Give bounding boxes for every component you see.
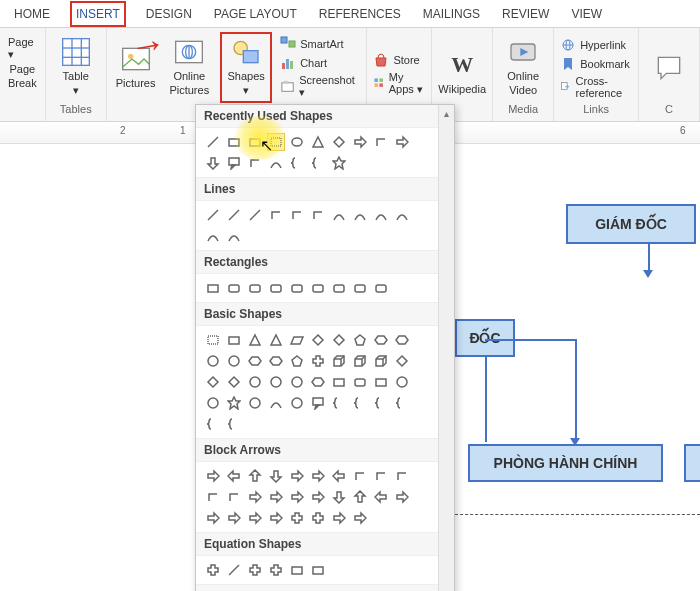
shape-item[interactable] (393, 206, 411, 224)
shape-item[interactable] (267, 331, 285, 349)
org-box-partial[interactable] (684, 444, 700, 482)
shape-item[interactable] (204, 467, 222, 485)
tab-insert[interactable]: INSERT (70, 1, 126, 27)
shape-item[interactable] (288, 154, 306, 172)
cross-reference-button[interactable]: Cross-reference (560, 75, 632, 99)
pictures-button[interactable]: Pictures (113, 41, 159, 94)
shape-item[interactable] (351, 133, 369, 151)
shape-item[interactable] (309, 154, 327, 172)
comment-button[interactable] (645, 50, 693, 86)
shape-item[interactable] (267, 373, 285, 391)
shape-item[interactable] (330, 488, 348, 506)
shape-item[interactable] (351, 279, 369, 297)
shape-item[interactable] (204, 206, 222, 224)
shape-item[interactable] (225, 394, 243, 412)
tab-design[interactable]: DESIGN (144, 1, 194, 27)
shape-item[interactable] (330, 352, 348, 370)
shape-item[interactable] (225, 227, 243, 245)
shape-item[interactable] (204, 352, 222, 370)
shape-item[interactable] (204, 488, 222, 506)
shape-item[interactable] (372, 331, 390, 349)
scroll-up-icon[interactable]: ▴ (439, 105, 454, 121)
shape-item[interactable] (204, 279, 222, 297)
shape-item[interactable] (393, 373, 411, 391)
shape-item[interactable] (246, 488, 264, 506)
online-pictures-button[interactable]: Online Pictures (166, 34, 212, 100)
shape-item[interactable] (393, 394, 411, 412)
shape-item[interactable] (288, 352, 306, 370)
shape-item[interactable] (372, 394, 390, 412)
shape-item[interactable] (267, 279, 285, 297)
shape-item[interactable] (309, 352, 327, 370)
shape-item[interactable] (204, 373, 222, 391)
shape-item[interactable] (351, 488, 369, 506)
shape-item[interactable] (246, 467, 264, 485)
shape-item[interactable] (267, 467, 285, 485)
shape-item[interactable] (351, 373, 369, 391)
shape-item[interactable] (288, 133, 306, 151)
shape-item[interactable] (330, 154, 348, 172)
shape-item[interactable] (309, 206, 327, 224)
shape-item[interactable] (309, 331, 327, 349)
myapps-button[interactable]: My Apps ▾ (373, 71, 425, 96)
shape-item[interactable] (225, 133, 243, 151)
shape-item[interactable] (267, 133, 285, 151)
shape-item[interactable] (372, 279, 390, 297)
shape-item[interactable] (309, 373, 327, 391)
shape-item[interactable] (267, 352, 285, 370)
shape-item[interactable] (330, 394, 348, 412)
shape-item[interactable] (288, 467, 306, 485)
shape-item[interactable] (372, 467, 390, 485)
shape-item[interactable] (288, 394, 306, 412)
shape-item[interactable] (372, 488, 390, 506)
page-break-button[interactable]: Break (8, 77, 37, 89)
cover-page-button[interactable]: Page ▾ (8, 36, 37, 61)
shapes-button[interactable]: Shapes▾ (222, 34, 270, 100)
online-video-button[interactable]: Online Video (499, 34, 547, 100)
chart-button[interactable]: Chart (280, 55, 360, 71)
tab-page-layout[interactable]: PAGE LAYOUT (212, 1, 299, 27)
tab-view[interactable]: VIEW (569, 1, 604, 27)
shape-item[interactable] (204, 561, 222, 579)
shape-item[interactable] (246, 331, 264, 349)
shape-item[interactable] (246, 279, 264, 297)
shape-item[interactable] (225, 467, 243, 485)
shape-item[interactable] (225, 352, 243, 370)
shape-item[interactable] (372, 206, 390, 224)
shape-item[interactable] (288, 373, 306, 391)
shape-item[interactable] (351, 331, 369, 349)
shape-item[interactable] (225, 561, 243, 579)
shape-item[interactable] (372, 352, 390, 370)
table-button[interactable]: Table▾ (52, 34, 100, 100)
shape-item[interactable] (330, 206, 348, 224)
tab-review[interactable]: REVIEW (500, 1, 551, 27)
shape-item[interactable] (267, 488, 285, 506)
shape-item[interactable] (288, 206, 306, 224)
shape-item[interactable] (246, 206, 264, 224)
shape-item[interactable] (309, 561, 327, 579)
shape-item[interactable] (204, 394, 222, 412)
shape-item[interactable] (246, 561, 264, 579)
shape-item[interactable] (246, 154, 264, 172)
shape-item[interactable] (267, 154, 285, 172)
shape-item[interactable] (393, 331, 411, 349)
shape-item[interactable] (351, 394, 369, 412)
shape-item[interactable] (225, 331, 243, 349)
shape-item[interactable] (309, 488, 327, 506)
hyperlink-button[interactable]: Hyperlink (560, 37, 632, 53)
shape-item[interactable] (225, 279, 243, 297)
shape-item[interactable] (330, 509, 348, 527)
shape-item[interactable] (351, 206, 369, 224)
shape-item[interactable] (330, 467, 348, 485)
shape-item[interactable] (204, 331, 222, 349)
shape-item[interactable] (309, 509, 327, 527)
org-box-doc[interactable]: ĐỐC (455, 319, 515, 357)
org-box-phong[interactable]: PHÒNG HÀNH CHÍNH (468, 444, 663, 482)
shape-item[interactable] (309, 394, 327, 412)
shape-item[interactable] (309, 133, 327, 151)
shape-item[interactable] (246, 133, 264, 151)
smartart-button[interactable]: SmartArt (280, 36, 360, 52)
shape-item[interactable] (267, 509, 285, 527)
shape-item[interactable] (225, 373, 243, 391)
shape-item[interactable] (330, 373, 348, 391)
